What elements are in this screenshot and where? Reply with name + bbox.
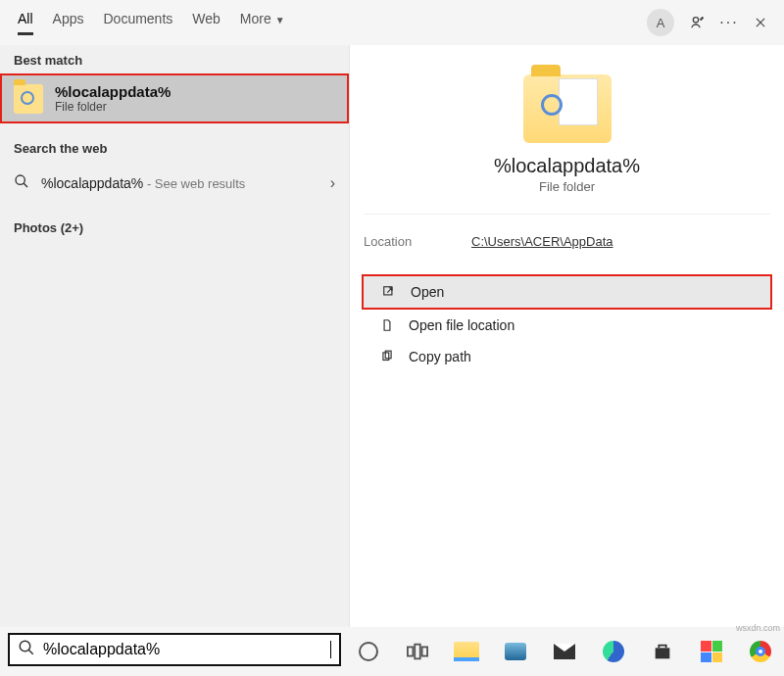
folder-large-icon (523, 74, 612, 143)
detail-title: %localappdata% (383, 155, 751, 177)
user-avatar[interactable]: A (647, 9, 674, 36)
svg-point-5 (20, 641, 30, 652)
feedback-icon[interactable] (690, 15, 706, 30)
file-location-icon (379, 318, 395, 332)
open-icon (381, 285, 397, 299)
photos-header[interactable]: Photos (2+) (0, 213, 349, 239)
open-file-location-action[interactable]: Open file location (350, 310, 784, 341)
detail-panel: %localappdata% File folder Location C:\U… (350, 45, 784, 627)
chevron-down-icon: ▼ (275, 15, 285, 25)
best-match-title: %localappdata% (55, 83, 171, 100)
taskbar (335, 633, 784, 676)
more-options-icon[interactable]: ··· (721, 15, 737, 30)
best-match-subtitle: File folder (55, 100, 171, 114)
search-icon (14, 173, 29, 193)
store-icon[interactable] (649, 638, 676, 665)
results-panel: Best match %localappdata% File folder Se… (0, 45, 350, 627)
chrome-icon[interactable] (747, 638, 774, 665)
app-icon-2[interactable] (698, 638, 725, 665)
search-icon (18, 639, 35, 660)
best-match-result[interactable]: %localappdata% File folder (0, 73, 349, 123)
location-path[interactable]: C:\Users\ACER\AppData (471, 234, 613, 249)
mail-icon[interactable] (551, 638, 578, 665)
search-bar[interactable] (8, 633, 341, 666)
web-result[interactable]: %localappdata% - See web results › (0, 164, 349, 203)
task-view-icon[interactable] (404, 638, 431, 665)
svg-rect-8 (422, 647, 428, 655)
tab-documents[interactable]: Documents (95, 1, 180, 45)
copy-icon (379, 350, 395, 363)
tab-web[interactable]: Web (184, 1, 228, 45)
svg-point-1 (16, 175, 24, 184)
tab-apps[interactable]: Apps (45, 1, 92, 45)
close-icon[interactable] (753, 15, 768, 30)
folder-icon (14, 84, 43, 114)
chevron-right-icon: › (330, 174, 335, 192)
text-caret (330, 641, 331, 658)
tab-more[interactable]: More▼ (232, 1, 293, 45)
tab-all[interactable]: All (10, 1, 41, 45)
svg-rect-7 (415, 645, 420, 659)
file-explorer-icon[interactable] (453, 638, 480, 665)
copy-path-action[interactable]: Copy path (350, 341, 784, 372)
location-label: Location (364, 234, 471, 249)
cortana-icon[interactable] (355, 638, 382, 665)
svg-rect-6 (408, 647, 414, 655)
detail-subtitle: File folder (383, 179, 751, 194)
open-action[interactable]: Open (362, 274, 772, 310)
app-icon-1[interactable] (502, 638, 529, 665)
watermark: wsxdn.com (736, 623, 780, 633)
search-input[interactable] (43, 641, 334, 658)
best-match-header: Best match (0, 45, 349, 72)
edge-icon[interactable] (600, 638, 627, 665)
search-web-header: Search the web (0, 133, 349, 160)
svg-point-0 (693, 18, 698, 23)
